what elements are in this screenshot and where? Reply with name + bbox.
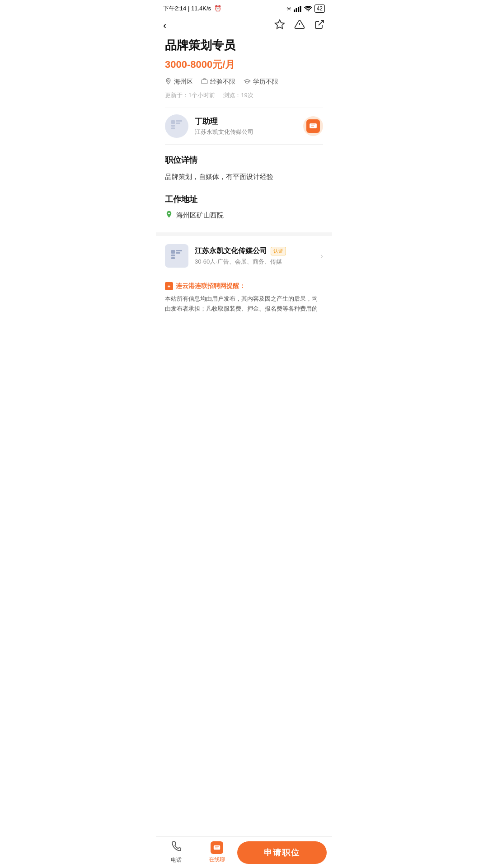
svg-rect-24 [176,252,180,254]
share-button[interactable] [314,19,325,33]
warning-title-text: 连云港连联招聘网提醒： [176,282,245,290]
status-icons: ✳ 42 [286,5,325,13]
clock-icon: ⏰ [214,5,221,12]
job-tags: 海州区 经验不限 学历不限 [165,78,323,86]
warning-section: + 连云港连联招聘网提醒： 本站所有信息均由用户发布，其内容及因之产生的后果，均… [156,276,332,318]
svg-rect-14 [176,123,180,124]
job-updated: 更新于：1个小时前 [165,91,215,99]
address-text: 海州区矿山西院 [176,211,224,220]
location-icon [165,78,172,86]
company-name-row: 江苏永凯文化传媒公司 认证 [195,246,286,256]
svg-marker-4 [275,20,284,28]
svg-rect-10 [171,120,175,124]
job-meta: 更新于：1个小时前 浏览：19次 [165,91,323,99]
hr-chat-button[interactable] [303,116,323,136]
main-content: 品牌策划专员 3000-8000元/月 海州区 经验不限 [156,38,332,221]
company-badge: 认证 [271,247,286,255]
svg-rect-15 [310,123,317,128]
hr-avatar [165,114,188,138]
svg-rect-11 [171,125,175,127]
nav-bar: ‹ [156,15,332,38]
svg-point-8 [168,80,169,81]
signal-icon [294,5,302,12]
status-separator: | [188,5,191,12]
battery-icon: 42 [314,5,325,13]
company-info-left: 江苏永凯文化传媒公司 认证 30-60人·广告、会展、商务、传媒 [165,244,286,268]
svg-rect-23 [176,250,182,251]
alert-button[interactable] [294,19,305,33]
hr-name: 丁助理 [195,116,253,127]
experience-icon [201,78,208,86]
work-address-row: 海州区矿山西院 [165,210,323,221]
status-time: 下午2:14 [163,5,186,12]
bookmark-button[interactable] [274,19,285,33]
wifi-icon [304,5,312,12]
battery-level: 42 [317,5,323,12]
svg-rect-1 [296,8,297,12]
company-logo [165,244,188,268]
hr-company: 江苏永凯文化传媒公司 [195,128,253,136]
hr-info: 丁助理 江苏永凯文化传媒公司 [165,114,253,138]
job-views: 浏览：19次 [223,91,253,99]
job-title: 品牌策划专员 [165,38,323,53]
status-bar: 下午2:14 | 11.4K/s ⏰ ✳ 42 [156,0,332,15]
warning-title-row: + 连云港连联招聘网提醒： [165,282,323,290]
company-info: 30-60人·广告、会展、商务、传媒 [195,258,286,266]
bluetooth-icon: ✳ [286,5,291,12]
work-address-title: 工作地址 [165,194,323,205]
experience-label: 经验不限 [210,78,235,86]
position-detail-body: 品牌策划，自媒体，有平面设计经验 [165,171,323,183]
status-speed: 11.4K/s [191,5,211,12]
svg-line-7 [319,20,324,25]
experience-tag: 经验不限 [201,78,235,86]
svg-point-19 [168,213,170,215]
status-time-speed: 下午2:14 | 11.4K/s ⏰ [163,5,221,13]
location-label: 海州区 [174,78,193,86]
svg-rect-0 [294,9,295,12]
nav-actions [274,19,325,33]
company-card[interactable]: 江苏永凯文化传媒公司 认证 30-60人·广告、会展、商务、传媒 › [156,236,332,276]
address-pin-icon [165,210,173,221]
svg-rect-13 [176,120,182,122]
section-divider [156,232,332,236]
education-label: 学历不限 [253,78,278,86]
position-detail-title: 职位详情 [165,155,323,165]
svg-rect-20 [171,250,175,254]
svg-rect-9 [202,80,207,84]
location-tag: 海州区 [165,78,193,86]
chat-icon [306,119,320,133]
svg-rect-3 [300,6,301,12]
shield-icon: + [165,282,173,290]
job-salary: 3000-8000元/月 [165,58,323,71]
svg-rect-2 [298,7,299,12]
company-name: 江苏永凯文化传媒公司 [195,246,267,256]
svg-rect-22 [171,257,175,259]
education-icon [244,78,251,86]
svg-rect-12 [171,127,175,129]
hr-card: 丁助理 江苏永凯文化传媒公司 [165,108,323,145]
hr-details: 丁助理 江苏永凯文化传媒公司 [195,116,253,136]
back-button[interactable]: ‹ [163,20,166,32]
company-details: 江苏永凯文化传媒公司 认证 30-60人·广告、会展、商务、传媒 [195,246,286,266]
education-tag: 学历不限 [244,78,278,86]
company-arrow-icon: › [320,251,323,261]
warning-body: 本站所有信息均由用户发布，其内容及因之产生的后果，均由发布者承担；凡收取服装费、… [165,294,323,314]
svg-rect-21 [171,255,175,256]
